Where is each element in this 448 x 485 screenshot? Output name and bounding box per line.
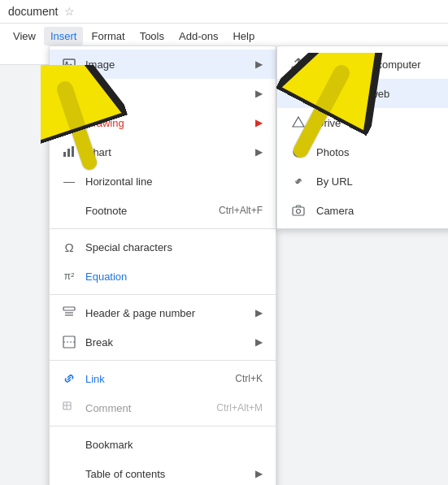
table-label: Table [85,88,249,100]
svg-rect-6 [67,149,70,157]
special-chars-icon: Ω [59,237,79,257]
menu-item-footnote[interactable]: Footnote Ctrl+Alt+F [50,196,276,225]
menu-format[interactable]: Format [85,27,131,45]
chart-label: Chart [85,146,249,158]
search-icon [290,85,307,102]
footnote-icon [59,201,79,220]
horizontal-line-icon: — [59,171,79,191]
menu-item-chart[interactable]: Chart ▶ [50,137,276,167]
submenu-item-drive[interactable]: Drive [277,108,448,137]
menu-item-toc[interactable]: Table of contents ▶ [50,459,276,485]
title-bar: document ☆ [0,0,448,24]
svg-rect-8 [63,307,75,310]
image-submenu: Upload from computer Search the web Driv… [276,45,448,229]
submenu-item-camera[interactable]: Camera [277,196,448,225]
svg-rect-0 [63,59,75,69]
submenu-item-upload[interactable]: Upload from computer [277,50,448,79]
menu-item-comment[interactable]: Comment Ctrl+Alt+M [50,393,276,422]
break-label: Break [85,336,249,349]
chart-arrow: ▶ [255,146,263,158]
break-icon [59,332,79,352]
header-arrow: ▶ [255,307,263,318]
drive-icon [290,115,307,131]
svg-point-19 [294,147,303,157]
image-icon [59,54,79,74]
url-icon [290,173,307,189]
menu-item-equation[interactable]: π² Equation [50,262,276,291]
drawing-icon [59,113,79,132]
photos-icon [290,144,307,160]
horizontal-line-label: Horizontal line [85,175,263,188]
svg-rect-7 [72,146,74,157]
menu-item-header[interactable]: Header & page number ▶ [50,298,276,327]
submenu-item-photos[interactable]: Photos [277,137,448,167]
divider-4 [50,426,276,427]
special-chars-label: Special characters [85,241,263,253]
header-label: Header & page number [85,307,249,319]
svg-rect-22 [293,207,304,215]
drawing-arrow: ▶ [255,117,263,128]
upload-label: Upload from computer [316,58,421,71]
toc-label: Table of contents [85,468,249,480]
break-arrow: ▶ [255,336,263,348]
svg-line-18 [301,96,304,99]
svg-rect-5 [63,152,66,157]
menu-addons[interactable]: Add-ons [172,27,224,45]
submenu-item-url[interactable]: By URL [277,167,448,196]
header-icon [59,303,79,323]
chart-icon [59,142,79,162]
menu-view[interactable]: View [7,27,42,45]
footnote-shortcut: Ctrl+Alt+F [219,205,263,216]
link-shortcut: Ctrl+K [235,373,263,384]
menu-item-link[interactable]: Link Ctrl+K [50,364,276,393]
comment-label: Comment [85,402,210,414]
link-label: Link [85,373,228,385]
svg-rect-16 [292,67,305,70]
divider-3 [50,360,276,361]
toc-arrow: ▶ [255,468,263,479]
divider-2 [50,294,276,295]
url-label: By URL [316,175,353,188]
camera-icon [290,202,307,219]
menu-item-bookmark[interactable]: Bookmark [50,430,276,459]
svg-point-20 [296,149,301,154]
upload-icon [290,56,307,72]
document-title: document [8,5,58,18]
camera-label: Camera [316,205,354,217]
menu-item-horizontal-line[interactable]: — Horizontal line [50,167,276,196]
comment-icon [59,398,79,418]
image-label: Image [85,58,249,71]
menu-item-table[interactable]: Table ▶ [50,79,276,108]
menu-tools[interactable]: Tools [133,27,171,45]
table-icon [59,84,79,103]
menu-item-image[interactable]: Image ▶ [50,50,276,79]
insert-dropdown: Image ▶ Table ▶ Drawing ▶ Chart ▶ [49,45,276,485]
comment-shortcut: Ctrl+Alt+M [216,402,263,414]
menu-item-break[interactable]: Break ▶ [50,327,276,357]
image-arrow: ▶ [255,58,263,70]
drive-label: Drive [316,117,341,129]
menus-container: Image ▶ Table ▶ Drawing ▶ Chart ▶ [49,45,276,485]
divider-1 [50,228,276,229]
search-web-label: Search the web [316,88,389,100]
menu-help[interactable]: Help [226,27,261,45]
submenu-item-search[interactable]: Search the web [277,79,448,108]
equation-label: Equation [85,271,263,283]
svg-point-23 [297,210,301,214]
star-icon[interactable]: ☆ [64,5,75,18]
bookmark-label: Bookmark [85,439,263,451]
bookmark-icon [59,435,79,454]
footnote-label: Footnote [85,205,212,217]
menu-insert[interactable]: Insert [44,27,84,45]
toc-icon [59,464,79,483]
menu-item-special-characters[interactable]: Ω Special characters [50,232,276,262]
photos-label: Photos [316,146,349,158]
menu-item-drawing[interactable]: Drawing ▶ [50,108,276,137]
link-icon [59,369,79,388]
equation-icon: π² [59,266,79,286]
table-arrow: ▶ [255,88,263,99]
svg-rect-11 [63,336,75,348]
drawing-label: Drawing [85,117,249,129]
